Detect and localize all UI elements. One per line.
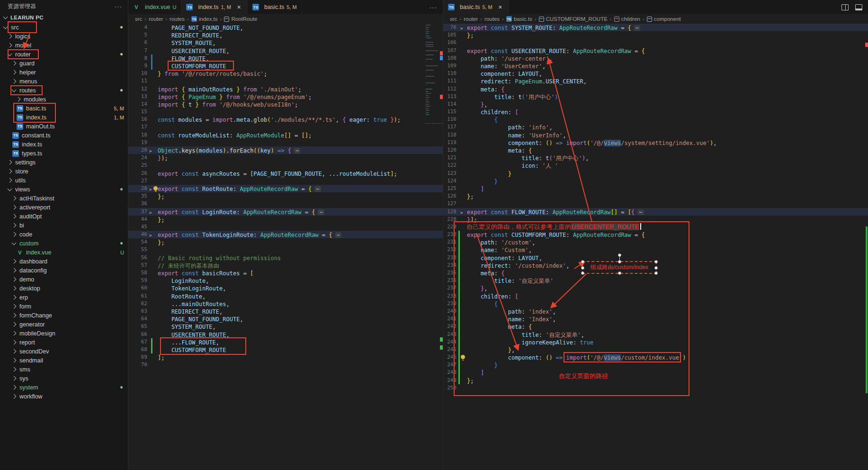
breadcrumb-item-index.ts[interactable]: TSindex.ts: [191, 16, 218, 22]
tree-item-desktop[interactable]: desktop: [0, 284, 128, 293]
file-tree[interactable]: srclogicsmodelrouterguardhelpermenusrout…: [0, 23, 128, 470]
tab-basic.ts[interactable]: TSbasic.ts5, M×: [443, 0, 509, 14]
breadcrumb-item-routes[interactable]: routes: [484, 16, 500, 22]
tree-item-modules[interactable]: modules: [0, 95, 128, 104]
folded-code-icon[interactable]: ⋯: [294, 148, 300, 154]
tree-item-report[interactable]: report: [0, 338, 128, 347]
tree-item-mainOut.ts[interactable]: TSmainOut.ts: [0, 122, 128, 131]
tree-item-constant.ts[interactable]: TSconstant.ts: [0, 131, 128, 140]
tree-item-src[interactable]: src: [0, 23, 128, 32]
tree-item-system[interactable]: system: [0, 383, 128, 392]
breadcrumb-item-src[interactable]: src: [450, 16, 457, 22]
breadcrumb-item-CUSTOMFORM_ROUTE[interactable]: CUSTOMFORM_ROUTE: [539, 16, 608, 22]
breadcrumb-item-RootRoute[interactable]: RootRoute: [224, 16, 257, 22]
tree-item-secondDev[interactable]: secondDev: [0, 347, 128, 356]
code-text: path: 'info',: [467, 124, 553, 131]
line-number: 119: [443, 139, 456, 146]
tree-item-generator[interactable]: generator: [0, 320, 128, 329]
tab-index.vue[interactable]: Vindex.vueU: [128, 0, 181, 14]
customize-layout-icon[interactable]: [855, 4, 862, 10]
code-editor[interactable]: 4 PAGE_NOT_FOUND_ROUTE,5 REDIRECT_ROUTE,…: [128, 24, 443, 470]
tree-item-dashboard[interactable]: dashboard: [0, 257, 128, 266]
tree-item-types.ts[interactable]: TStypes.ts: [0, 149, 128, 158]
more-actions-icon[interactable]: ···: [115, 3, 122, 10]
overview-ruler[interactable]: [865, 24, 868, 470]
tree-item-sendmail[interactable]: sendmail: [0, 356, 128, 365]
lightbulb-icon[interactable]: [461, 355, 465, 359]
tree-item-form[interactable]: form: [0, 302, 128, 311]
code-text: PAGE_NOT_FOUND_ROUTE,: [158, 316, 243, 323]
folded-code-icon[interactable]: ⋯: [637, 209, 644, 215]
tree-item-utils[interactable]: utils: [0, 176, 128, 185]
breadcrumb-item-component[interactable]: component: [647, 16, 681, 22]
tree-item-demo[interactable]: demo: [0, 275, 128, 284]
breadcrumb[interactable]: src›router›routes›TSindex.ts›RootRoute: [128, 14, 443, 24]
breadcrumb-item-src[interactable]: src: [135, 16, 142, 22]
tree-item-model[interactable]: model: [0, 41, 128, 50]
tree-item-mobileDesign[interactable]: mobileDesign: [0, 329, 128, 338]
tree-item-sys[interactable]: sys: [0, 374, 128, 383]
tree-item-menus[interactable]: menus: [0, 77, 128, 86]
chevron-down-icon: [12, 87, 17, 92]
token: USER_CENTER: [546, 78, 583, 85]
code-text: RootRoute,: [158, 293, 206, 300]
tree-item-bi[interactable]: bi: [0, 221, 128, 230]
token: ,: [542, 63, 546, 70]
breadcrumb-item-router[interactable]: router: [149, 16, 163, 22]
token: path: [467, 308, 522, 315]
tab-basic.ts[interactable]: TSbasic.ts5, M: [248, 0, 302, 14]
tree-item-index.ts[interactable]: TSindex.ts: [0, 140, 128, 149]
tree-item-helper[interactable]: helper: [0, 68, 128, 77]
editor-more-actions-icon[interactable]: ···: [430, 4, 437, 11]
token: AppRouteRecordRaw: [559, 25, 617, 31]
code-line: 237 },: [443, 284, 868, 292]
close-icon[interactable]: ×: [497, 3, 504, 11]
lightbulb-icon[interactable]: [153, 186, 158, 190]
git-gutter-bar: [458, 346, 460, 353]
tree-item-settings[interactable]: settings: [0, 158, 128, 167]
minimap[interactable]: [425, 25, 439, 121]
tree-item-views[interactable]: views: [0, 185, 128, 194]
code-editor[interactable]: 76>export const SYSTEM_ROUTE: AppRouteRe…: [443, 24, 868, 470]
token: PageEnum: [515, 78, 542, 85]
tree-item-erp[interactable]: erp: [0, 293, 128, 302]
tree-item-index.vue[interactable]: Vindex.vueU: [0, 248, 128, 257]
breadcrumb-item-router[interactable]: router: [464, 16, 478, 22]
tree-item-routes[interactable]: routes: [0, 86, 128, 95]
tree-item-dataconfig[interactable]: dataconfig: [0, 266, 128, 275]
folded-code-icon[interactable]: ⋯: [335, 232, 341, 238]
tree-item-guard[interactable]: guard: [0, 59, 128, 68]
token: :: [508, 262, 515, 269]
breadcrumb-item-basic.ts[interactable]: TSbasic.ts: [506, 16, 532, 22]
token: basicRoutes: [199, 270, 240, 277]
code-text: title: '自定义菜单': [467, 278, 554, 284]
token: 'Custom': [501, 247, 528, 253]
breadcrumb-item-routes[interactable]: routes: [170, 16, 185, 22]
tree-item-custom[interactable]: custom: [0, 239, 128, 248]
breadcrumb[interactable]: src›router›routes›TSbasic.ts›CUSTOMFORM_…: [443, 14, 868, 24]
chevron-right-icon: [16, 97, 21, 102]
folded-code-icon[interactable]: ⋯: [314, 186, 321, 192]
tree-item-index.ts[interactable]: TSindex.ts1, M: [0, 113, 128, 122]
split-editor-icon[interactable]: [841, 4, 849, 10]
tree-item-store[interactable]: store: [0, 167, 128, 176]
tree-item-basic.ts[interactable]: TSbasic.ts5, M: [0, 104, 128, 113]
tree-item-sms[interactable]: sms: [0, 365, 128, 374]
tree-item-logics[interactable]: logics: [0, 32, 128, 41]
close-icon[interactable]: ×: [235, 3, 242, 11]
breadcrumb-item-children[interactable]: children: [614, 16, 640, 22]
tree-item-router[interactable]: router: [0, 50, 128, 59]
folded-code-icon[interactable]: ⋯: [318, 209, 324, 215]
git-gutter-bar: [458, 254, 460, 262]
tree-item-activereport[interactable]: activereport: [0, 203, 128, 212]
tree-item-auditOpt[interactable]: auditOpt: [0, 212, 128, 221]
code-text: path: 'index',: [467, 308, 556, 315]
folded-code-icon[interactable]: ⋯: [634, 25, 640, 31]
workspace-section-header[interactable]: LEARUN PC: [0, 12, 128, 23]
tab-index.ts[interactable]: TSindex.ts1, M×: [181, 0, 248, 14]
tree-item-workflow[interactable]: workflow: [0, 392, 128, 401]
tree-item-code[interactable]: code: [0, 230, 128, 239]
tree-item-actHiTaskinst[interactable]: actHiTaskinst: [0, 194, 128, 203]
minimap-line: [426, 31, 430, 32]
tree-item-formChange[interactable]: formChange: [0, 311, 128, 320]
